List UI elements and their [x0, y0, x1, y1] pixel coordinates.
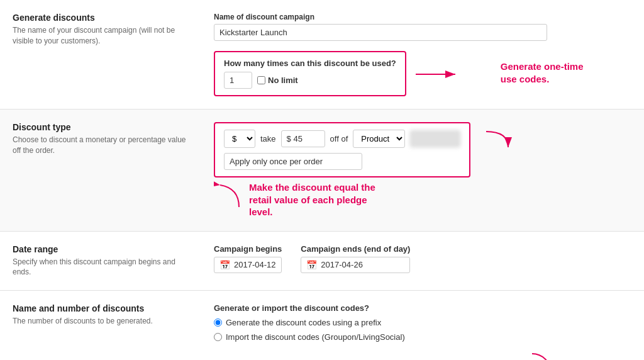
- campaign-name-input[interactable]: [214, 24, 547, 41]
- usage-controls: No limit: [224, 72, 396, 89]
- section-label-namenumber: Name and number of discounts The number …: [0, 303, 208, 360]
- arrow-up-left-icon: [214, 179, 245, 210]
- radio-import[interactable]: [214, 333, 222, 341]
- generate-import-label: Generate or import the discount codes?: [214, 303, 631, 313]
- product-select[interactable]: Product: [353, 130, 405, 148]
- usage-box: How many times can this discount be used…: [214, 51, 406, 96]
- section-desc-date: Specify when this discount campaign begi…: [13, 257, 195, 278]
- date-ends-input[interactable]: 📅 2017-04-26: [301, 257, 410, 273]
- section-label-discount: Discount type Choose to discount a monet…: [0, 122, 208, 218]
- backers-arrow-icon: [529, 351, 560, 360]
- date-ends-label: Campaign ends (end of day): [301, 244, 410, 254]
- section-title-namenumber: Name and number of discounts: [13, 303, 195, 313]
- section-content-discount: $ % take off of Product: [208, 122, 644, 218]
- date-begins-value: 2017-04-12: [234, 260, 276, 269]
- annotation-discount: Make the discount equal theretail value …: [249, 181, 375, 218]
- calendar-end-icon: 📅: [306, 260, 317, 270]
- campaign-name-label: Name of discount campaign: [214, 13, 631, 21]
- radio-generate-text: Generate the discount codes using a pref…: [226, 318, 381, 327]
- annotation-backers: # of backers at thispledge level: [440, 357, 526, 360]
- discount-row: $ % take off of Product: [224, 130, 460, 148]
- section-desc-generate: The name of your discount campaign (will…: [13, 25, 195, 47]
- off-of-label: off of: [330, 134, 348, 143]
- num-discounts-area: # of backers at thispledge level: [402, 351, 609, 360]
- backers-annotation-row: # of backers at thispledge level: [421, 351, 560, 360]
- section-title-date: Date range: [13, 244, 195, 254]
- apply-once-input[interactable]: [224, 153, 362, 170]
- radio-group: Generate the discount codes using a pref…: [214, 318, 631, 342]
- no-limit-label[interactable]: No limit: [257, 76, 298, 85]
- section-title-generate: Generate discounts: [13, 13, 195, 23]
- amount-input[interactable]: [281, 130, 325, 147]
- radio-import-text: Import the discount codes (Groupon/Livin…: [226, 332, 405, 342]
- discount-annotation-area: [483, 128, 521, 154]
- date-row: Campaign begins 📅 2017-04-12 Campaign en…: [214, 244, 631, 273]
- usage-count-input[interactable]: [224, 72, 252, 89]
- section-discount-type: Discount type Choose to discount a monet…: [0, 110, 644, 232]
- usage-label: How many times can this discount be used…: [224, 59, 396, 68]
- discount-type-layout: $ % take off of Product: [214, 122, 631, 177]
- section-generate-discounts: Generate discounts The name of your disc…: [0, 0, 644, 110]
- discount-type-box: $ % take off of Product: [214, 122, 470, 177]
- section-label-date: Date range Specify when this discount ca…: [0, 244, 208, 278]
- section-desc-namenumber: The number of discounts to be generated.: [13, 316, 195, 327]
- no-limit-checkbox[interactable]: [257, 76, 265, 84]
- section-content-generate: Name of discount campaign How many times…: [208, 13, 644, 96]
- annotation-generate: Generate one-timeuse codes.: [501, 60, 584, 85]
- date-begins-input[interactable]: 📅 2017-04-12: [214, 257, 282, 273]
- calendar-begin-icon: 📅: [219, 260, 230, 270]
- apply-once-row: [224, 153, 460, 170]
- blurred-select: [410, 130, 460, 147]
- discount-annotation-below: Make the discount equal theretail value …: [214, 179, 631, 218]
- radio-generate-label[interactable]: Generate the discount codes using a pref…: [214, 318, 631, 327]
- generate-arrow-icon: [413, 65, 463, 84]
- top-annotation-row: How many times can this discount be used…: [214, 51, 631, 96]
- discount-type-select[interactable]: $ %: [224, 130, 255, 148]
- discount-arrow-up: [214, 179, 245, 212]
- section-label-generate: Generate discounts The name of your disc…: [0, 13, 208, 96]
- date-ends-field: Campaign ends (end of day) 📅 2017-04-26: [301, 244, 410, 273]
- take-label: take: [260, 134, 276, 143]
- radio-import-label[interactable]: Import the discount codes (Groupon/Livin…: [214, 332, 631, 342]
- section-date-range: Date range Specify when this discount ca…: [0, 232, 644, 291]
- discount-arrow-icon: [483, 128, 521, 154]
- section-content-namenumber: Generate or import the discount codes? G…: [208, 303, 644, 360]
- generate-arrow-area: Generate one-timeuse codes.: [413, 64, 584, 85]
- section-desc-discount: Choose to discount a monetary or percent…: [13, 135, 195, 156]
- radio-generate[interactable]: [214, 318, 222, 327]
- section-content-date: Campaign begins 📅 2017-04-12 Campaign en…: [208, 244, 644, 278]
- date-begins-label: Campaign begins: [214, 244, 282, 254]
- date-begins-field: Campaign begins 📅 2017-04-12: [214, 244, 282, 273]
- section-title-discount: Discount type: [13, 122, 195, 132]
- date-ends-value: 2017-04-26: [321, 260, 363, 269]
- section-name-number: Name and number of discounts The number …: [0, 291, 644, 360]
- name-number-bottom: Discount prefix Example code based on yo…: [214, 351, 631, 360]
- page-container: Generate discounts The name of your disc…: [0, 0, 644, 360]
- discount-arrow-row: [483, 128, 521, 154]
